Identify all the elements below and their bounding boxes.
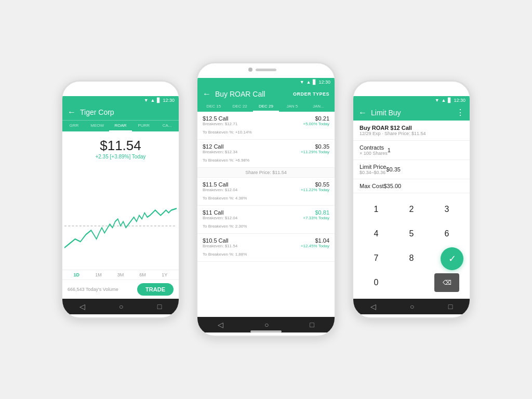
tab-roar[interactable]: ROAR [109, 121, 132, 131]
tab-grr[interactable]: GRR [62, 121, 86, 131]
options-list: $12.5 Call $0.21 Breakeven: $12.71 +5.00… [197, 112, 335, 317]
time-tab-1d[interactable]: 1D [65, 272, 87, 277]
order-types-button[interactable]: ORDER TYPES [293, 91, 329, 97]
status-bar-3: ▼ ▲ ▊ 12:30 [353, 96, 470, 104]
order-subtitle: 12/29 Exp · Share Price: $11.54 [360, 131, 463, 136]
numpad-7[interactable]: 7 [364, 249, 389, 268]
main-price: $11.54 [68, 138, 174, 154]
date-tab-jan5[interactable]: JAN 5 [279, 102, 305, 112]
date-tab-dec22[interactable]: DEC 22 [227, 102, 252, 112]
header-2: ← Buy ROAR Call ORDER TYPES [197, 86, 335, 102]
signal-icon-3: ▼ [435, 98, 440, 103]
home-nav-icon-2[interactable]: ○ [264, 321, 269, 329]
option-name-5: $10.5 Call [203, 237, 229, 244]
limit-price-field[interactable]: Limit Price $0.34–$0.36 $0.35 [353, 160, 470, 179]
max-cost-field: Max Cost $35.00 [353, 179, 470, 193]
square-nav-icon-3[interactable]: □ [448, 302, 453, 311]
option-detail2-5: To Breakeven %: 1.88% [203, 252, 247, 257]
option-detail1-5: Breakeven: $11.54 [203, 244, 237, 248]
confirm-button[interactable]: ✓ [441, 247, 463, 270]
back-nav-icon-3[interactable]: ◁ [370, 302, 376, 311]
option-name-1: $12 Call [203, 143, 223, 150]
option-12-5[interactable]: $12.5 Call $0.21 Breakeven: $12.71 +5.00… [197, 112, 335, 140]
home-nav-icon-3[interactable]: ○ [410, 302, 414, 311]
time-tab-3m[interactable]: 3M [110, 272, 131, 277]
page-title-3: Limit Buy [371, 109, 452, 117]
tab-ca[interactable]: CA... [155, 121, 179, 131]
back-button-2[interactable]: ← [203, 89, 211, 99]
option-11-5[interactable]: $11.5 Call $0.55 Breakeven: $12.04 +11.2… [197, 178, 335, 206]
numpad-1[interactable]: 1 [364, 200, 389, 219]
option-11[interactable]: $11 Call $0.81 Breakeven: $12.04 +7.33% … [197, 206, 335, 234]
limit-price-label: Limit Price [360, 164, 386, 170]
numpad-0[interactable]: 0 [364, 273, 389, 292]
phone-2: ▼ ▲ ▊ 12:30 ← Buy ROAR Call ORDER TYPES … [196, 62, 336, 337]
date-tab-jan-more[interactable]: JAN... [305, 102, 331, 112]
battery-icon: ▊ [157, 98, 161, 103]
option-name-0: $12.5 Call [203, 115, 229, 122]
option-detail1-1: Breakeven: $12.34 [203, 150, 237, 154]
numpad-empty [399, 273, 424, 292]
back-button-1[interactable]: ← [68, 108, 76, 117]
option-detail2-1: To Breakeven %: +6.98% [203, 158, 249, 163]
time-tab-6m[interactable]: 6M [131, 272, 153, 277]
contracts-field[interactable]: Contracts × 100 Shares 1 [353, 141, 470, 160]
price-section: $11.54 +2.35 [+3.89%] Today [62, 131, 179, 163]
chart-area [62, 163, 179, 270]
numpad-5[interactable]: 5 [399, 224, 424, 243]
tab-purr[interactable]: PURR [132, 121, 155, 131]
square-nav-icon[interactable]: □ [157, 302, 162, 311]
option-detail1-4: Breakeven: $12.04 [203, 216, 237, 220]
wifi-icon: ▲ [151, 98, 155, 103]
status-bar-2: ▼ ▲ ▊ 12:30 [197, 78, 335, 86]
time-3: 12:30 [454, 98, 466, 103]
limit-price-value[interactable]: $0.35 [386, 166, 401, 172]
header-3: ← Limit Buy ⋮ [353, 104, 470, 121]
battery-icon-3: ▊ [448, 98, 451, 103]
back-nav-icon-2[interactable]: ◁ [218, 321, 223, 329]
nav-bar-1: ◁ ○ □ [62, 299, 179, 314]
signal-icon-2: ▼ [300, 79, 304, 85]
price-chart [64, 165, 177, 270]
limit-price-sublabel: $0.34–$0.36 [360, 170, 386, 175]
option-price-1: $0.35 [315, 143, 329, 150]
option-price-4: $0.81 [315, 209, 329, 216]
volume-info: 666,543 Today's Volume [68, 287, 137, 292]
numpad-row-1: 1 2 3 [358, 197, 464, 222]
option-detail2-4: To Breakeven %: 2.30% [203, 224, 247, 229]
option-price-5: $1.04 [315, 237, 329, 244]
option-10-5[interactable]: $10.5 Call $1.04 Breakeven: $11.54 +12.4… [197, 234, 335, 262]
back-button-3[interactable]: ← [358, 108, 367, 117]
phone-3: ▼ ▲ ▊ 12:30 ← Limit Buy ⋮ Buy ROAR $12 C… [352, 80, 471, 319]
max-cost-label: Max Cost [360, 183, 383, 189]
home-nav-icon[interactable]: ○ [119, 302, 123, 311]
wifi-icon-3: ▲ [442, 98, 446, 103]
numpad-backspace[interactable]: ⌫ [434, 273, 459, 292]
option-12[interactable]: $12 Call $0.35 Breakeven: $12.34 +11.29%… [197, 140, 335, 168]
more-options-icon[interactable]: ⋮ [456, 108, 464, 117]
trade-button[interactable]: TRADE [137, 283, 174, 296]
option-change-3: +11.22% Today [301, 188, 329, 192]
speaker [256, 69, 276, 71]
page-title-1: Tiger Corp [80, 108, 174, 116]
option-price-3: $0.55 [315, 181, 329, 188]
date-tab-dec15[interactable]: DEC 15 [201, 102, 227, 112]
option-detail2-3: To Breakeven %: 4.38% [203, 196, 247, 201]
back-nav-icon[interactable]: ◁ [79, 302, 85, 311]
numpad-row-2: 4 5 6 [358, 222, 464, 246]
battery-icon-2: ▊ [313, 79, 316, 85]
tab-meow[interactable]: MEOW [86, 121, 109, 131]
date-tab-dec29[interactable]: DEC 29 [253, 102, 279, 112]
numpad-6[interactable]: 6 [434, 224, 459, 243]
numpad: 1 2 3 4 5 6 7 8 9 0 ⌫ ✓ [353, 193, 470, 299]
numpad-2[interactable]: 2 [399, 200, 424, 219]
page-title-2: Buy ROAR Call [215, 90, 289, 98]
time-tab-1y[interactable]: 1Y [154, 272, 176, 277]
numpad-3[interactable]: 3 [434, 200, 459, 219]
time-tab-1m[interactable]: 1M [87, 272, 109, 277]
numpad-8[interactable]: 8 [399, 249, 424, 268]
share-price-divider: Share Price: $11.54 [197, 168, 335, 178]
square-nav-icon-2[interactable]: □ [310, 321, 314, 329]
contracts-value[interactable]: 1 [388, 147, 391, 153]
numpad-4[interactable]: 4 [364, 224, 389, 243]
